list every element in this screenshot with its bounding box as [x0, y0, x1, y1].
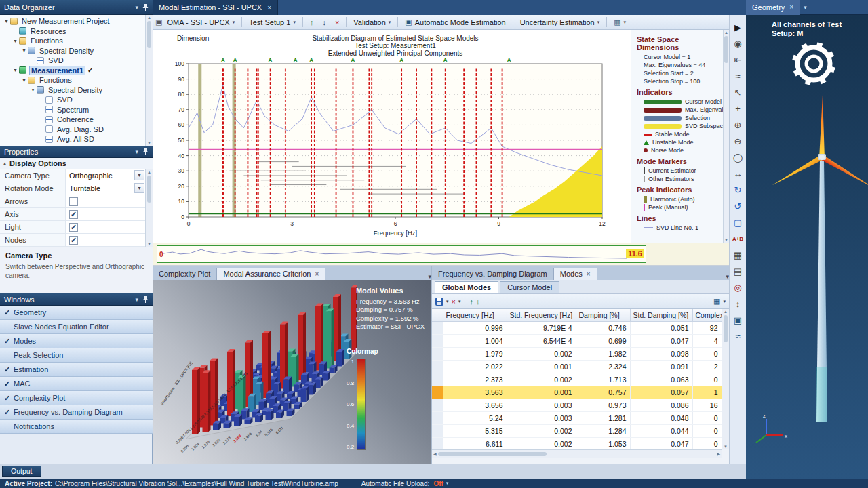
- ab-compare-icon[interactable]: A+B: [730, 230, 747, 247]
- report-icon[interactable]: ▤: [730, 263, 747, 279]
- table-row[interactable]: 1.0046.544E-40.6990.0474: [432, 334, 722, 347]
- arrows-checkbox[interactable]: [69, 197, 78, 206]
- spectrum-icon[interactable]: ≈: [730, 328, 747, 344]
- scroll-down-icon[interactable]: ▼: [724, 238, 728, 242]
- tab-modal-assurance-criterion[interactable]: Modal Assurance Criterion ×: [216, 268, 326, 280]
- close-icon[interactable]: ×: [587, 270, 591, 278]
- scroll-up-icon[interactable]: ▲: [724, 310, 728, 314]
- tree-item-functions[interactable]: ▾Functions: [0, 36, 145, 46]
- tree-item-spectral-density[interactable]: ▾Spectral Density: [0, 85, 145, 96]
- expander-icon[interactable]: ▾: [3, 18, 10, 24]
- delete-icon[interactable]: ×: [331, 17, 343, 28]
- nav-up-icon[interactable]: ↑: [306, 17, 318, 28]
- window-item-estimation[interactable]: ✓Estimation: [0, 363, 153, 377]
- estimator-dropdown[interactable]: OMA - SSI - UPCX ▾: [163, 17, 239, 28]
- window-item-slave-nodes-equation-editor[interactable]: Slave Nodes Equation Editor: [0, 320, 153, 334]
- group-expander-icon[interactable]: ▴: [3, 161, 6, 167]
- upload-value[interactable]: Off: [433, 480, 443, 487]
- tab-complexity-plot[interactable]: Complexity Plot: [153, 268, 216, 280]
- chevron-down-icon[interactable]: ▾: [804, 4, 807, 11]
- move-down-icon[interactable]: ↓: [476, 298, 480, 306]
- move-up-icon[interactable]: ↑: [469, 298, 473, 306]
- window-item-frequency-vs-damping-diagram[interactable]: ✓Frequency vs. Damping Diagram: [0, 405, 153, 420]
- column-header-std-frequency-hz[interactable]: Std. Frequency [Hz]: [507, 309, 576, 321]
- table-row[interactable]: 1.9790.0021.9820.0980: [432, 347, 722, 360]
- tree-item-new-measurement-project[interactable]: ▾New Measurement Project: [0, 16, 145, 26]
- pin-icon[interactable]: [142, 3, 149, 11]
- window-item-geometry[interactable]: ✓Geometry: [0, 306, 153, 320]
- tree-scrollbar[interactable]: ▲▼: [145, 15, 153, 146]
- subtab-cursor-model[interactable]: Cursor Model: [500, 281, 559, 293]
- skip-start-icon[interactable]: ⇤: [730, 52, 747, 68]
- expander-icon[interactable]: ▾: [12, 67, 19, 73]
- window-item-modes[interactable]: ✓Modes: [0, 334, 153, 348]
- property-value[interactable]: Orthographic: [69, 171, 113, 180]
- tab-modal-estimation[interactable]: Modal Estimation - SSI - UPCX ×: [153, 0, 278, 15]
- table-row[interactable]: 0.9969.719E-40.7460.05192: [432, 321, 722, 334]
- mac-3d-view[interactable]: 0.9961.0041.9792.0222.3733.5633.6565.245…: [153, 280, 431, 464]
- display-options-group[interactable]: ▴ Display Options: [0, 158, 153, 169]
- column-header-damping[interactable]: Damping [%]: [576, 309, 630, 321]
- table-options-icon[interactable]: ▦: [713, 297, 720, 306]
- pin-icon[interactable]: [142, 148, 149, 155]
- legend-scrollbar[interactable]: ▲▼: [723, 30, 729, 243]
- tab-frequency-vs-damping[interactable]: Frequency vs. Damping Diagram: [432, 268, 553, 280]
- window-item-complexity-plot[interactable]: ✓Complexity Plot: [0, 391, 153, 405]
- properties-scrollbar[interactable]: ▲▼: [145, 169, 153, 247]
- camera-icon[interactable]: ◉: [730, 35, 747, 52]
- geometry-viewport[interactable]: All channels of Test Setup: M: [746, 15, 868, 479]
- nodes-checkbox[interactable]: ✓: [69, 236, 78, 245]
- table-row[interactable]: 3.6560.0030.9730.08616: [432, 399, 722, 411]
- table-row[interactable]: 2.0220.0012.3240.0912: [432, 360, 722, 373]
- tree-item-functions[interactable]: ▾Functions: [0, 75, 145, 85]
- close-icon[interactable]: ×: [789, 3, 793, 11]
- output-button[interactable]: Output: [2, 466, 41, 477]
- column-header-std-damping[interactable]: Std. Damping [%]: [630, 309, 692, 321]
- updown-icon[interactable]: ↕: [730, 296, 747, 312]
- table-row[interactable]: 6.6110.0021.0530.0470: [432, 437, 722, 449]
- property-value[interactable]: Turntable: [69, 184, 100, 192]
- region-select-icon[interactable]: ▢: [730, 214, 747, 230]
- expander-icon[interactable]: ▾: [20, 77, 28, 83]
- scroll-right-icon[interactable]: ▶: [717, 451, 720, 456]
- window-item-mac[interactable]: ✓MAC: [0, 377, 153, 391]
- light-checkbox[interactable]: ✓: [69, 223, 78, 232]
- report-dropdown[interactable]: ▦ ▾: [610, 16, 630, 28]
- window-icon[interactable]: ▣: [730, 312, 747, 328]
- automatic-mode-estimation-button[interactable]: ▣ Automatic Mode Estimation: [401, 16, 509, 28]
- frequency-overview-strip[interactable]: 0 11.6: [157, 245, 646, 263]
- scrollbar-thumb[interactable]: [147, 21, 151, 48]
- table-row[interactable]: 5.3150.0021.2840.0440: [432, 424, 722, 437]
- scrollbar-thumb[interactable]: [724, 315, 728, 342]
- chevron-down-icon[interactable]: ▾: [135, 296, 138, 303]
- scrollbar-thumb[interactable]: [147, 176, 151, 203]
- save-icon[interactable]: [435, 298, 443, 306]
- pin-icon[interactable]: [142, 296, 149, 303]
- tree-item-spectrum[interactable]: Spectrum: [0, 105, 145, 115]
- chevron-down-icon[interactable]: ▾: [446, 481, 449, 486]
- signal-icon[interactable]: ≈: [730, 68, 747, 84]
- tree-item-svd[interactable]: SVD: [0, 56, 145, 66]
- delete-row-icon[interactable]: ×: [452, 298, 456, 306]
- chevron-down-icon[interactable]: ▾: [135, 4, 138, 11]
- table-horizontal-scrollbar[interactable]: ◀▶: [432, 449, 722, 458]
- table-options-caret-icon[interactable]: ▾: [723, 299, 726, 304]
- target-icon[interactable]: ◎: [730, 279, 747, 296]
- table-row[interactable]: 3.5630.0010.7570.0571: [432, 386, 722, 399]
- zoom-out-icon[interactable]: ⊖: [730, 133, 747, 149]
- window-item-notifications[interactable]: Notifications: [0, 420, 153, 434]
- chevron-down-icon[interactable]: ▾: [134, 183, 144, 193]
- scroll-up-icon[interactable]: ▲: [147, 170, 151, 174]
- tree-item-measurement1[interactable]: ▾Measurement1✓: [0, 66, 145, 76]
- tree-item-resources[interactable]: Resources: [0, 26, 145, 37]
- chevron-down-icon[interactable]: ▾: [428, 273, 431, 280]
- scroll-down-icon[interactable]: ▼: [147, 141, 151, 145]
- delete-caret-icon[interactable]: ▾: [458, 299, 461, 304]
- column-header-complexity[interactable]: Complexity [%]: [692, 309, 722, 321]
- expander-icon[interactable]: ▾: [20, 47, 28, 54]
- validation-dropdown[interactable]: Validation ▾: [349, 17, 395, 28]
- undo-icon[interactable]: ↺: [730, 198, 747, 214]
- save-caret-icon[interactable]: ▾: [446, 299, 449, 304]
- table-row[interactable]: 5.240.0031.2810.0480: [432, 411, 722, 424]
- crosshair-icon[interactable]: +: [730, 100, 747, 117]
